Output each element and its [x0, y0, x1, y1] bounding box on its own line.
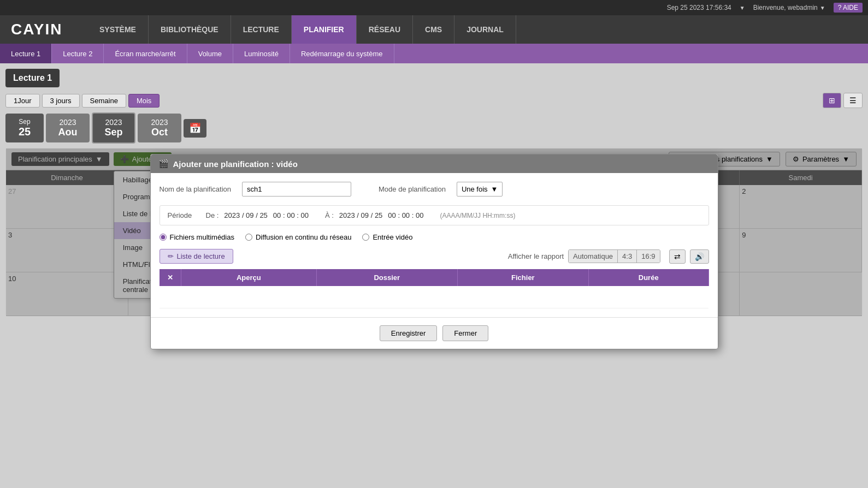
nav-reseau[interactable]: RÉSEAU: [357, 15, 413, 44]
calendar-picker-button[interactable]: 📅: [184, 119, 206, 138]
nav-bibliotheque[interactable]: BIBLIOTHÈQUE: [149, 15, 231, 44]
page-title: Lecture 1: [13, 73, 52, 82]
help-button[interactable]: ? AIDE: [834, 3, 863, 13]
th-apercu: Aperçu: [181, 269, 317, 286]
to-date[interactable]: 2023 / 09 / 25: [339, 211, 383, 219]
sub-nav: Lecture 1 Lecture 2 Écran marche/arrêt V…: [0, 44, 868, 63]
list-btn-label: Liste de lecture: [177, 252, 225, 260]
calendar-container: Planification principales ▼ ➕ Ajouter ▼ …: [5, 148, 863, 317]
nav-systeme[interactable]: SYSTÈME: [87, 15, 149, 44]
rapport-label: Afficher le rapport: [508, 252, 564, 260]
month-oct-top: 2023: [145, 118, 174, 127]
from-time[interactable]: 00 : 00 : 00: [273, 211, 309, 219]
delete-icon: ✕: [167, 273, 173, 282]
view-1day-button[interactable]: 1Jour: [5, 94, 40, 108]
subnav-ecran[interactable]: Écran marche/arrêt: [104, 44, 187, 63]
radio-row: Fichiers multimédias Diffusion en contin…: [160, 233, 709, 241]
list-btn-row: ✏ Liste de lecture Afficher le rapport A…: [160, 249, 709, 264]
modal-title: Ajouter une planification : vidéo: [173, 159, 298, 169]
mode-arrow: ▼: [491, 185, 498, 193]
media-table: ✕ Aperçu Dossier Fichier Durée: [160, 269, 709, 308]
to-label: À :: [325, 211, 334, 219]
mode-select-container[interactable]: Une fois ▼: [457, 182, 503, 197]
name-label: Nom de la planification: [160, 185, 232, 193]
view-buttons: 1Jour 3 jours Semaine Mois: [5, 94, 160, 108]
modal-footer: Enregistrer Fermer: [151, 317, 718, 349]
nav-lecture[interactable]: LECTURE: [231, 15, 292, 44]
page-title-bar: Lecture 1: [5, 69, 60, 87]
user-greeting: Bienvenue, webadmin ▼: [753, 4, 825, 11]
calendar-toolbar: 1Jour 3 jours Semaine Mois ⊞ ☰: [5, 93, 863, 108]
current-date-cell[interactable]: Sep 25: [5, 114, 44, 142]
month-aou-top: 2023: [54, 118, 82, 127]
modal: 🎬 Ajouter une planification : vidéo Nom …: [150, 154, 718, 349]
month-oct-bottom: Oct: [145, 127, 174, 138]
period-label: Période: [168, 211, 200, 219]
list-view-button[interactable]: ☰: [843, 93, 863, 108]
rapport-auto[interactable]: Automatique: [569, 250, 618, 263]
rapport-select[interactable]: Automatique 4:3 16:9: [568, 249, 660, 263]
month-oct-cell[interactable]: 2023 Oct: [138, 114, 181, 142]
close-button[interactable]: Fermer: [442, 325, 488, 341]
subnav-lecture1[interactable]: Lecture 1: [0, 44, 52, 63]
view-3days-button[interactable]: 3 jours: [42, 94, 80, 108]
subnav-reboot[interactable]: Redémarrage du système: [290, 44, 394, 63]
radio-entree[interactable]: Entrée vidéo: [362, 233, 412, 241]
datetime: Sep 25 2023 17:56:34: [667, 4, 731, 11]
period-row: Période De : 2023 / 09 / 25 00 : 00 : 00…: [160, 205, 709, 225]
to-time[interactable]: 00 : 00 : 00: [388, 211, 423, 219]
subnav-lecture2[interactable]: Lecture 2: [52, 44, 104, 63]
modal-body: Nom de la planification Mode de planific…: [151, 173, 718, 317]
month-aou-cell[interactable]: 2023 Aou: [46, 114, 90, 142]
th-duree: Durée: [588, 269, 708, 286]
current-date-bottom: 25: [13, 126, 36, 138]
main-nav: SYSTÈME BIBLIOTHÈQUE LECTURE PLANIFIER R…: [87, 15, 868, 44]
view-icons: ⊞ ☰: [823, 93, 863, 108]
month-sep-cell[interactable]: 2023 Sep: [92, 112, 135, 144]
nav-journal[interactable]: JOURNAL: [454, 15, 516, 44]
logo-text: CAYIN: [11, 21, 63, 38]
subnav-luminosite[interactable]: Luminosité: [233, 44, 290, 63]
nav-planifier[interactable]: PLANIFIER: [292, 15, 357, 44]
top-bar: Sep 25 2023 17:56:34 ▼ Bienvenue, webadm…: [0, 0, 868, 15]
rapport-169[interactable]: 16:9: [637, 250, 659, 263]
from-label: De :: [206, 211, 219, 219]
month-sep-top: 2023: [101, 118, 127, 127]
logo: CAYIN: [0, 15, 87, 44]
subnav-volume[interactable]: Volume: [187, 44, 233, 63]
shuffle-button[interactable]: ⇄: [669, 249, 686, 264]
modal-title-icon: 🎬: [158, 159, 169, 169]
mode-value: Une fois: [462, 185, 488, 193]
view-week-button[interactable]: Semaine: [82, 94, 126, 108]
date-nav: Sep 25 2023 Aou 2023 Sep 2023 Oct 📅: [5, 112, 863, 144]
table-empty-row: [160, 286, 709, 308]
nav-cms[interactable]: CMS: [413, 15, 454, 44]
radio-fichiers[interactable]: Fichiers multimédias: [160, 233, 234, 241]
from-date[interactable]: 2023 / 09 / 25: [224, 211, 268, 219]
rapport-row: Afficher le rapport Automatique 4:3 16:9…: [508, 249, 709, 264]
modal-overlay: 🎬 Ajouter une planification : vidéo Nom …: [6, 148, 862, 316]
th-dossier: Dossier: [316, 269, 457, 286]
th-fichier: Fichier: [457, 269, 588, 286]
list-btn-icon: ✏: [168, 252, 174, 260]
volume-button[interactable]: 🔊: [690, 249, 709, 264]
th-delete: ✕: [160, 269, 181, 286]
month-aou-bottom: Aou: [54, 127, 82, 138]
current-date-top: Sep: [13, 118, 36, 126]
datetime-dropdown[interactable]: ▼: [740, 5, 745, 11]
list-de-lecture-button[interactable]: ✏ Liste de lecture: [160, 249, 233, 264]
radio-diffusion[interactable]: Diffusion en continu du réseau: [245, 233, 351, 241]
header: CAYIN SYSTÈME BIBLIOTHÈQUE LECTURE PLANI…: [0, 15, 868, 44]
rapport-43[interactable]: 4:3: [618, 250, 637, 263]
grid-view-button[interactable]: ⊞: [823, 93, 841, 108]
modal-header: 🎬 Ajouter une planification : vidéo: [151, 154, 718, 173]
view-month-button[interactable]: Mois: [128, 94, 160, 108]
mode-label: Mode de planification: [379, 185, 446, 193]
save-button[interactable]: Enregistrer: [380, 325, 438, 341]
month-sep-bottom: Sep: [101, 127, 127, 138]
name-mode-row: Nom de la planification Mode de planific…: [160, 182, 709, 197]
date-hint: (AAAA/MM/JJ HH:mm:ss): [440, 212, 515, 219]
name-input[interactable]: [242, 182, 351, 197]
